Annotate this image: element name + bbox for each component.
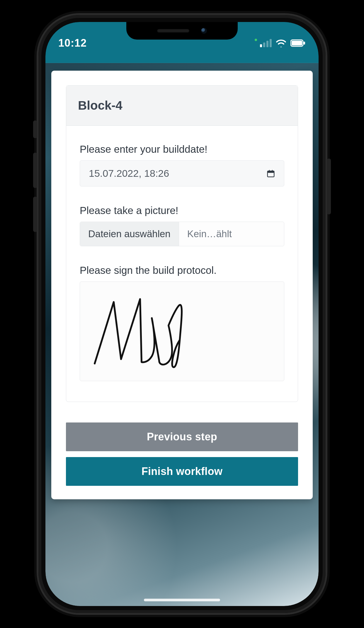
button-stack: Previous step Finish workflow [51,417,313,499]
svg-rect-5 [269,170,270,172]
content-area: Block-4 Please enter your builddate! 15.… [45,63,319,511]
builddate-input[interactable]: 15.07.2022, 18:26 [80,160,284,186]
calendar-icon [266,169,275,178]
volume-up-button[interactable] [33,153,37,188]
picture-label: Please take a picture! [80,205,284,216]
phone-screen: 10:12 [45,22,319,606]
block-title: Block-4 [78,99,286,113]
mute-switch[interactable] [33,120,37,138]
status-time: 10:12 [58,37,87,49]
wifi-icon [276,39,286,47]
block-header: Block-4 [66,86,298,126]
speaker-grille [157,29,189,33]
phone-frame: 10:12 [38,15,326,613]
location-indicator-icon [255,39,257,41]
home-indicator[interactable] [144,599,220,601]
status-indicators [255,39,306,47]
app-header [45,54,319,63]
cellular-signal-icon [260,39,272,47]
builddate-label: Please enter your builddate! [80,143,284,155]
volume-down-button[interactable] [33,197,37,232]
previous-step-button[interactable]: Previous step [66,422,298,451]
signature-field: Please sign the build protocol. [80,264,284,381]
svg-rect-1 [292,41,302,45]
signature-stroke-icon [86,290,203,372]
builddate-value: 15.07.2022, 18:26 [89,168,169,179]
svg-rect-4 [268,171,274,173]
svg-rect-6 [272,170,273,172]
picture-field: Please take a picture! Dateien auswählen… [80,205,284,246]
battery-icon [290,39,306,47]
block-body: Please enter your builddate! 15.07.2022,… [66,126,298,402]
form-card: Block-4 Please enter your builddate! 15.… [51,71,313,499]
file-input: Dateien auswählen Kein…ählt [80,222,284,246]
front-camera [201,28,207,34]
builddate-field: Please enter your builddate! 15.07.2022,… [80,143,284,186]
finish-workflow-button[interactable]: Finish workflow [66,457,298,486]
choose-files-button[interactable]: Dateien auswählen [80,222,179,246]
form-block: Block-4 Please enter your builddate! 15.… [66,85,298,402]
phone-notch [126,22,238,40]
signature-pad[interactable] [80,281,284,381]
svg-rect-2 [304,42,305,45]
phone-bezel: 10:12 [45,22,319,606]
power-button[interactable] [327,159,331,214]
file-status-text: Kein…ählt [179,222,284,246]
signature-label: Please sign the build protocol. [80,264,284,276]
